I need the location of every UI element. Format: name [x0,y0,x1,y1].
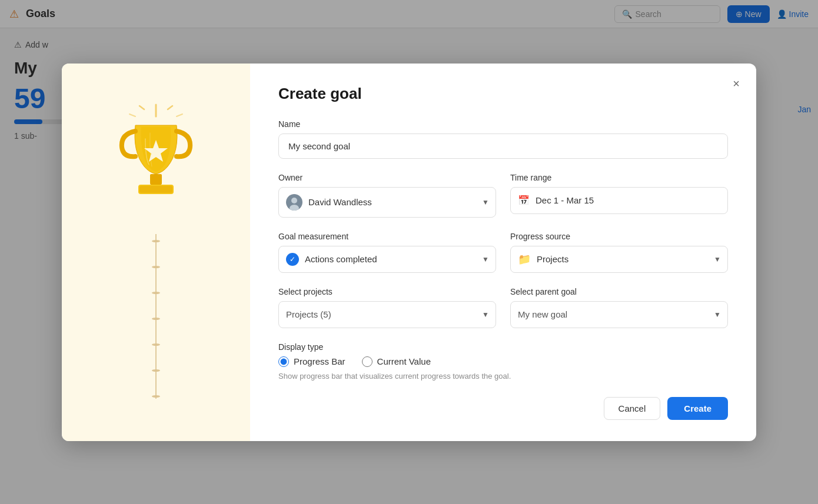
select-projects-label: Select projects [278,287,496,296]
current-value-option[interactable]: Current Value [362,356,431,367]
time-range-select-wrapper: 📅 Dec 1 - Mar 15 [510,187,728,214]
time-range-label: Time range [510,173,728,182]
owner-group: Owner David Wandless [278,173,496,218]
goal-measurement-select-wrapper: ✓ Actions completed ▼ [278,246,496,273]
svg-line-1 [139,106,144,109]
time-range-group: Time range 📅 Dec 1 - Mar 15 [510,173,728,218]
select-projects-select[interactable]: Projects (5) [278,301,496,328]
modal-overlay: Create goal × Name Owner [0,0,818,504]
create-goal-modal: Create goal × Name Owner [62,64,756,441]
progress-source-group: Progress source 📁 Projects ▼ [510,232,728,273]
select-parent-goal-wrapper: My new goal ▼ [510,301,728,328]
time-range-select[interactable]: 📅 Dec 1 - Mar 15 [510,187,728,214]
select-parent-goal-group: Select parent goal My new goal ▼ [510,287,728,328]
modal-form-panel: Create goal × Name Owner [250,64,756,441]
display-type-label: Display type [278,342,728,352]
svg-rect-6 [150,174,162,185]
close-button[interactable]: × [730,75,742,92]
display-type-group: Display type Progress Bar Current Value … [278,342,728,380]
owner-time-row: Owner David Wandless [278,173,728,218]
select-parent-goal-select[interactable]: My new goal [510,301,728,328]
progress-bar-radio[interactable] [278,356,289,367]
select-projects-wrapper: Projects (5) ▼ [278,301,496,328]
goal-measurement-select[interactable]: ✓ Actions completed [278,246,496,273]
owner-select[interactable]: David Wandless [278,187,496,218]
progress-source-label: Progress source [510,232,728,241]
projects-value: Projects (5) [286,309,472,319]
owner-label: Owner [278,173,496,182]
trophy-icon [103,99,209,228]
name-input[interactable] [278,133,728,159]
name-group: Name [278,119,728,159]
progress-source-select[interactable]: 📁 Projects [510,246,728,273]
current-value-label: Current Value [377,356,431,366]
progress-source-select-wrapper: 📁 Projects ▼ [510,246,728,273]
owner-select-wrapper: David Wandless ▼ [278,187,496,218]
cancel-button[interactable]: Cancel [604,397,661,420]
goal-measurement-value: Actions completed [305,254,472,264]
time-range-value: Dec 1 - Mar 15 [536,195,704,205]
create-button[interactable]: Create [667,397,728,420]
svg-line-3 [129,114,135,116]
progress-source-value: Projects [537,254,704,264]
calendar-icon: 📅 [518,195,530,206]
progress-bar-option[interactable]: Progress Bar [278,356,345,367]
folder-icon: 📁 [518,253,531,266]
goal-measurement-label: Goal measurement [278,232,496,241]
modal-title: Create goal [278,85,728,103]
measurement-source-row: Goal measurement ✓ Actions completed ▼ P… [278,232,728,273]
svg-line-4 [177,114,182,116]
current-value-radio[interactable] [362,356,373,367]
modal-footer: Cancel Create [278,397,728,420]
svg-point-10 [291,198,297,203]
name-label: Name [278,119,728,129]
avatar [286,194,302,211]
svg-rect-8 [139,186,172,193]
goal-measurement-group: Goal measurement ✓ Actions completed ▼ [278,232,496,273]
progress-bar-label: Progress Bar [294,356,345,366]
trophy-dots [152,234,160,399]
modal-illustration-panel [62,64,250,441]
select-parent-goal-label: Select parent goal [510,287,728,296]
projects-parent-row: Select projects Projects (5) ▼ Select pa… [278,287,728,328]
trophy-container [103,99,209,399]
check-icon: ✓ [286,253,299,266]
owner-value: David Wandless [308,197,472,207]
parent-goal-value: My new goal [518,309,704,319]
radio-options: Progress Bar Current Value [278,356,728,367]
svg-line-2 [168,106,172,109]
display-type-hint: Show progress bar that visualizes curren… [278,372,728,380]
select-projects-group: Select projects Projects (5) ▼ [278,287,496,328]
